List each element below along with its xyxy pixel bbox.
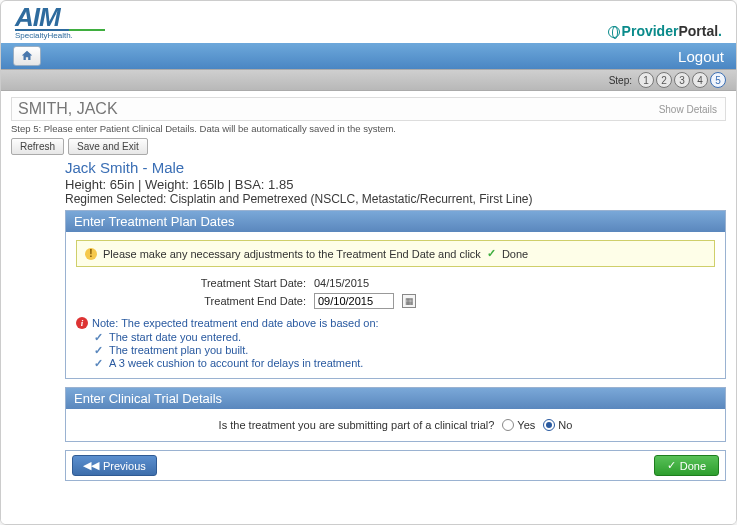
patient-bar: SMITH, JACK Show Details bbox=[11, 97, 726, 121]
patient-name-header: SMITH, JACK bbox=[12, 100, 118, 118]
done-button[interactable]: ✓ Done bbox=[654, 455, 719, 476]
refresh-button[interactable]: Refresh bbox=[11, 138, 64, 155]
pp-part1: Provider bbox=[622, 23, 679, 39]
rewind-icon: ◀◀ bbox=[83, 459, 99, 472]
start-date-label: Treatment Start Date: bbox=[176, 277, 306, 289]
step-1[interactable]: 1 bbox=[638, 72, 654, 88]
note-item-3: A 3 week cushion to account for delays i… bbox=[94, 357, 715, 370]
note-list: The start date you entered. The treatmen… bbox=[94, 331, 715, 370]
note-item-1: The start date you entered. bbox=[94, 331, 715, 344]
alert-text: Please make any necessary adjustments to… bbox=[103, 248, 481, 260]
calendar-icon[interactable]: ▦ bbox=[402, 294, 416, 308]
step-instruction: Step 5: Please enter Patient Clinical De… bbox=[11, 123, 726, 134]
clinical-trial-body: Is the treatment you are submitting part… bbox=[66, 409, 725, 441]
app-window: AIM SpecialtyHealth. ProviderPortal. Log… bbox=[0, 0, 737, 525]
done-label: Done bbox=[680, 460, 706, 472]
alert-done: Done bbox=[502, 248, 528, 260]
logo-provider-portal: ProviderPortal. bbox=[608, 23, 722, 39]
info-icon: i bbox=[76, 317, 88, 329]
patient-title: Jack Smith - Male bbox=[65, 159, 726, 176]
trial-question-row: Is the treatment you are submitting part… bbox=[76, 417, 715, 433]
note-item-2: The treatment plan you built. bbox=[94, 344, 715, 357]
radio-no-label: No bbox=[558, 419, 572, 431]
end-date-row: Treatment End Date: ▦ bbox=[176, 293, 715, 309]
step-bar: Step: 1 2 3 4 5 bbox=[1, 69, 736, 91]
save-exit-button[interactable]: Save and Exit bbox=[68, 138, 148, 155]
globe-icon bbox=[608, 26, 620, 38]
radio-no-dot bbox=[546, 422, 552, 428]
check-icon: ✓ bbox=[487, 247, 496, 260]
step-3[interactable]: 3 bbox=[674, 72, 690, 88]
footer-bar: ◀◀ Previous ✓ Done bbox=[65, 450, 726, 481]
logo-aim: AIM SpecialtyHealth. bbox=[15, 7, 105, 39]
step-4[interactable]: 4 bbox=[692, 72, 708, 88]
note-text: Note: The expected treatment end date ab… bbox=[92, 317, 379, 329]
pp-part2: Portal bbox=[678, 23, 718, 39]
warning-icon: ! bbox=[85, 248, 97, 260]
treatment-dates-panel: Enter Treatment Plan Dates ! Please make… bbox=[65, 210, 726, 379]
date-rows: Treatment Start Date: 04/15/2015 Treatme… bbox=[176, 277, 715, 309]
radio-no-circle bbox=[543, 419, 555, 431]
step-label: Step: bbox=[609, 75, 632, 86]
action-buttons: Refresh Save and Exit bbox=[11, 138, 726, 155]
radio-yes[interactable]: Yes bbox=[502, 419, 535, 431]
end-date-label: Treatment End Date: bbox=[176, 295, 306, 307]
radio-no[interactable]: No bbox=[543, 419, 572, 431]
show-details-link[interactable]: Show Details bbox=[517, 104, 717, 115]
check-icon-btn: ✓ bbox=[667, 459, 676, 472]
treatment-dates-header: Enter Treatment Plan Dates bbox=[66, 211, 725, 232]
home-icon bbox=[20, 49, 34, 63]
navbar: Logout bbox=[1, 43, 736, 69]
previous-button[interactable]: ◀◀ Previous bbox=[72, 455, 157, 476]
treatment-dates-body: ! Please make any necessary adjustments … bbox=[66, 232, 725, 378]
step-5[interactable]: 5 bbox=[710, 72, 726, 88]
pp-dot: . bbox=[718, 23, 722, 39]
home-button[interactable] bbox=[13, 46, 41, 66]
radio-yes-label: Yes bbox=[517, 419, 535, 431]
patient-stats: Height: 65in | Weight: 165lb | BSA: 1.85 bbox=[65, 177, 726, 192]
inner-content: Jack Smith - Male Height: 65in | Weight:… bbox=[11, 159, 726, 481]
step-2[interactable]: 2 bbox=[656, 72, 672, 88]
start-date-value: 04/15/2015 bbox=[314, 277, 384, 289]
regimen-selected: Regimen Selected: Cisplatin and Pemetrex… bbox=[65, 192, 726, 206]
logout-link[interactable]: Logout bbox=[678, 48, 724, 65]
logo-row: AIM SpecialtyHealth. ProviderPortal. bbox=[1, 1, 736, 43]
alert-box: ! Please make any necessary adjustments … bbox=[76, 240, 715, 267]
end-date-input[interactable] bbox=[314, 293, 394, 309]
clinical-trial-panel: Enter Clinical Trial Details Is the trea… bbox=[65, 387, 726, 442]
note-line: i Note: The expected treatment end date … bbox=[76, 317, 715, 329]
start-date-row: Treatment Start Date: 04/15/2015 bbox=[176, 277, 715, 289]
radio-yes-circle bbox=[502, 419, 514, 431]
previous-label: Previous bbox=[103, 460, 146, 472]
trial-question: Is the treatment you are submitting part… bbox=[219, 419, 495, 431]
logo-aim-sub: SpecialtyHealth. bbox=[15, 33, 105, 39]
logo-aim-text: AIM bbox=[15, 2, 60, 32]
clinical-trial-header: Enter Clinical Trial Details bbox=[66, 388, 725, 409]
content-area: SMITH, JACK Show Details Step 5: Please … bbox=[1, 91, 736, 524]
